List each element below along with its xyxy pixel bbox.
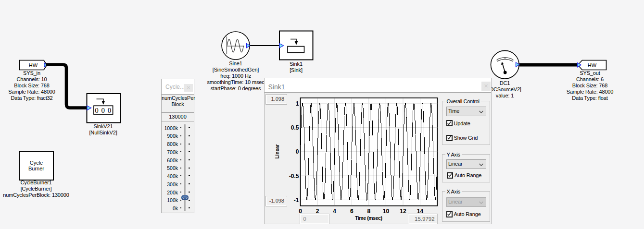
svg-text:-0.5: -0.5 [289,173,299,180]
svg-text:HW: HW [29,62,38,68]
svg-text:Time (msec): Time (msec) [355,215,382,221]
svg-text:10: 10 [383,208,390,215]
svg-text:6: 6 [350,208,354,215]
svg-text:Cycle: Cycle [30,160,43,166]
svg-text:0 0 0: 0 0 0 [95,107,112,114]
svg-text:1: 1 [296,100,299,107]
svg-text:0.5: 0.5 [291,124,299,131]
svg-text:HW: HW [588,62,597,68]
svg-text:12: 12 [400,208,406,215]
svg-text:4: 4 [333,208,336,215]
svg-text:Burner: Burner [28,166,44,171]
svg-text:0: 0 [296,148,299,155]
svg-text:-1: -1 [294,197,299,204]
svg-text:8: 8 [367,208,370,215]
